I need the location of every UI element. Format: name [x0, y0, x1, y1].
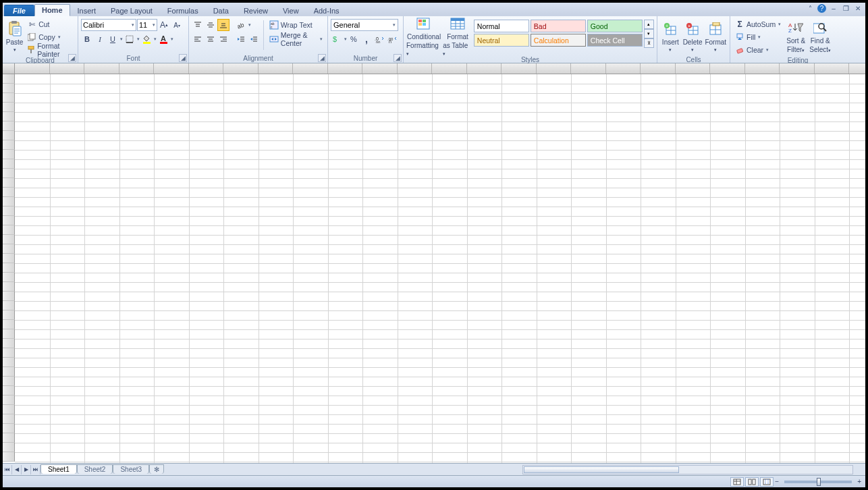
select-all-corner[interactable]	[3, 63, 15, 74]
row-header[interactable]	[3, 292, 15, 301]
clear-button[interactable]: Clear▾	[733, 44, 783, 56]
column-header[interactable]	[189, 63, 224, 74]
italic-button[interactable]: I	[94, 33, 106, 45]
wrap-text-button[interactable]: abc Wrap Text	[267, 19, 325, 31]
row-header[interactable]	[3, 377, 15, 386]
page-layout-view-button[interactable]	[745, 477, 759, 487]
column-header[interactable]	[119, 63, 155, 74]
row-header[interactable]	[3, 216, 15, 225]
sheet-nav-last[interactable]: ⏭	[31, 465, 40, 474]
column-header[interactable]	[50, 63, 85, 74]
row-header[interactable]	[3, 169, 15, 178]
clipboard-launcher[interactable]: ◢	[68, 54, 76, 62]
cell-grid[interactable]	[15, 74, 865, 463]
row-header[interactable]	[3, 329, 15, 339]
row-header[interactable]	[3, 74, 15, 84]
row-header[interactable]	[3, 84, 15, 93]
window-restore-icon[interactable]: ❐	[841, 4, 850, 13]
row-header[interactable]	[3, 225, 15, 235]
sort-filter-button[interactable]: AZ Sort & Filter▾	[784, 18, 807, 55]
align-bottom-button[interactable]	[217, 19, 229, 31]
minimize-ribbon-icon[interactable]: ˄	[805, 4, 815, 13]
row-header[interactable]	[3, 93, 15, 103]
row-header[interactable]	[3, 433, 15, 443]
window-close-icon[interactable]: ✕	[853, 4, 863, 13]
orientation-button[interactable]: ab	[235, 19, 247, 31]
tab-home[interactable]: Home	[34, 4, 70, 16]
sheet-nav-next[interactable]: ▶	[22, 465, 31, 474]
sheet-nav-first[interactable]: ⏮	[3, 465, 12, 474]
tab-insert[interactable]: Insert	[70, 5, 104, 16]
column-header[interactable]	[745, 63, 780, 74]
comma-button[interactable]: ,	[360, 33, 373, 45]
column-header[interactable]	[432, 63, 467, 74]
cut-button[interactable]: ✄ Cut	[25, 18, 75, 30]
sheet-nav-prev[interactable]: ◀	[12, 465, 22, 474]
row-header[interactable]	[3, 405, 15, 414]
row-header[interactable]	[3, 197, 15, 207]
bold-button[interactable]: B	[81, 33, 93, 45]
row-header[interactable]	[3, 310, 15, 320]
column-header[interactable]	[154, 63, 189, 74]
row-header[interactable]	[3, 254, 15, 263]
autosum-button[interactable]: ΣAutoSum▾	[733, 18, 783, 30]
row-header[interactable]	[3, 424, 15, 433]
column-header[interactable]	[398, 63, 433, 74]
row-header[interactable]	[3, 150, 15, 159]
column-header[interactable]	[571, 63, 606, 74]
fill-button[interactable]: Fill▾	[733, 31, 783, 43]
row-header[interactable]	[3, 282, 15, 292]
column-header[interactable]	[537, 63, 572, 74]
tab-page-layout[interactable]: Page Layout	[103, 5, 160, 16]
zoom-in-button[interactable]: +	[857, 478, 861, 485]
row-header[interactable]	[3, 263, 15, 273]
row-header[interactable]	[3, 396, 15, 405]
align-center-button[interactable]	[205, 33, 217, 45]
format-painter-button[interactable]: Format Painter	[25, 44, 75, 56]
column-header[interactable]	[259, 63, 294, 74]
font-launcher[interactable]: ◢	[179, 54, 187, 62]
sheet-tab-1[interactable]: Sheet1	[40, 464, 77, 474]
insert-cells-button[interactable]: + Insert▾	[660, 18, 681, 55]
window-minimize-icon[interactable]: –	[829, 4, 838, 13]
underline-button[interactable]: U	[107, 33, 119, 45]
styles-more[interactable]: ⊻	[644, 38, 654, 48]
column-header[interactable]	[780, 63, 815, 74]
help-icon[interactable]: ?	[817, 4, 826, 13]
tab-view[interactable]: View	[275, 5, 306, 16]
row-header[interactable]	[3, 103, 15, 112]
number-format-combo[interactable]: General▾	[331, 19, 398, 31]
column-header[interactable]	[501, 63, 537, 74]
tab-file[interactable]: File	[4, 5, 34, 16]
align-middle-button[interactable]	[205, 19, 217, 31]
number-launcher[interactable]: ◢	[394, 54, 402, 62]
align-left-button[interactable]	[192, 33, 204, 45]
row-header[interactable]	[3, 121, 15, 131]
row-header[interactable]	[3, 301, 15, 310]
column-header[interactable]	[84, 63, 119, 74]
align-top-button[interactable]	[192, 19, 204, 31]
row-header[interactable]	[3, 244, 15, 254]
style-normal[interactable]: Normal	[474, 20, 529, 32]
style-neutral[interactable]: Neutral	[474, 34, 529, 47]
sheet-tab-3[interactable]: Sheet3	[113, 464, 149, 474]
borders-button[interactable]	[124, 33, 136, 45]
format-as-table-button[interactable]: Format as Table ▾	[443, 18, 472, 55]
fill-color-button[interactable]	[140, 33, 153, 45]
decrease-indent-button[interactable]	[235, 33, 247, 45]
row-header[interactable]	[3, 339, 15, 348]
row-header[interactable]	[3, 386, 15, 396]
font-color-button[interactable]: A	[157, 33, 169, 45]
row-header[interactable]	[3, 112, 15, 121]
column-header[interactable]	[328, 63, 363, 74]
align-right-button[interactable]	[217, 33, 229, 45]
row-header[interactable]	[3, 348, 15, 358]
column-header[interactable]	[15, 63, 50, 74]
style-check-cell[interactable]: Check Cell	[587, 34, 643, 47]
format-cells-button[interactable]: Format▾	[704, 18, 727, 55]
row-header[interactable]	[3, 414, 15, 424]
styles-scroll-up[interactable]: ▴	[644, 20, 654, 29]
accounting-button[interactable]: $	[331, 33, 343, 45]
increase-indent-button[interactable]	[248, 33, 260, 45]
column-header[interactable]	[710, 63, 745, 74]
